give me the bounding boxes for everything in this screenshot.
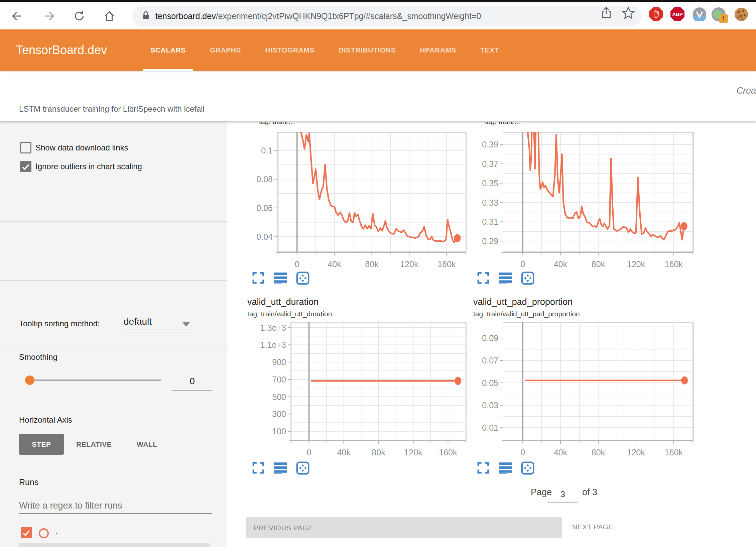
svg-text:0.08: 0.08 (256, 175, 273, 184)
fit-domain-icon[interactable] (296, 461, 309, 474)
scalar-chart[interactable]: 040k80k120k160k0.390.370.350.330.310.29 (472, 123, 698, 270)
forward-icon[interactable] (41, 8, 57, 24)
svg-text:0.01: 0.01 (482, 423, 498, 432)
page-number-input[interactable] (548, 489, 578, 503)
show-download-links-checkbox[interactable] (20, 142, 31, 153)
svg-text:0.04: 0.04 (256, 232, 273, 241)
abp-label: ABP (672, 11, 683, 17)
abp-icon[interactable]: ABP (670, 7, 684, 21)
chart-card: valid_utt_duration tag: train/valid_utt_… (246, 296, 470, 478)
smoothing-slider-thumb[interactable] (25, 375, 34, 385)
svg-text:0.33: 0.33 (482, 198, 498, 207)
svg-text:160k: 160k (437, 259, 456, 269)
adblock-hand-icon[interactable] (649, 7, 663, 21)
chart-tag: tag: train/valid_utt_duration (247, 310, 332, 318)
back-icon[interactable] (9, 8, 25, 24)
data-table-icon[interactable] (274, 271, 287, 284)
tab-hparams[interactable]: HPARAMS (416, 29, 460, 71)
v-extension-icon[interactable] (692, 7, 707, 21)
tab-histograms[interactable]: HISTOGRAMS (262, 29, 318, 71)
run-checkbox[interactable] (21, 527, 32, 538)
chart-title: valid_utt_duration (247, 297, 319, 307)
svg-text:1.3e+3: 1.3e+3 (260, 323, 286, 332)
bookmark-star-icon[interactable] (622, 6, 634, 19)
svg-text:0.31: 0.31 (482, 217, 498, 226)
svg-text:80k: 80k (592, 259, 605, 269)
fit-domain-icon[interactable] (521, 461, 534, 474)
ignore-outliers-label: Ignore outliers in chart scaling (35, 162, 142, 171)
smoothing-value-underline (172, 391, 212, 391)
svg-text:40k: 40k (554, 259, 568, 269)
svg-text:80k: 80k (372, 448, 385, 457)
smoothing-slider-track[interactable] (25, 379, 161, 381)
divider (0, 280, 227, 281)
runs-regex-input[interactable] (19, 498, 212, 514)
reload-icon[interactable] (72, 8, 87, 24)
share-icon[interactable] (600, 6, 613, 19)
svg-text:40k: 40k (337, 448, 351, 457)
svg-text:0.35: 0.35 (482, 179, 498, 188)
svg-text:700: 700 (272, 375, 286, 384)
svg-text:120k: 120k (400, 259, 418, 269)
chart-card: tag: train/… 040k80k120k160k0.10.080.060… (246, 122, 470, 289)
svg-text:0.37: 0.37 (482, 159, 498, 169)
charts-panel: tag: train/… 040k80k120k160k0.10.080.060… (227, 121, 756, 547)
smoothing-value[interactable]: 0 (172, 376, 212, 387)
created-date-clipped: Crea (736, 86, 756, 96)
svg-text:500: 500 (272, 392, 286, 402)
tab-graphs[interactable]: GRAPHS (207, 29, 244, 71)
tab-text[interactable]: TEXT (477, 29, 502, 71)
tooltip-select-underline (123, 332, 193, 332)
chevron-down-icon[interactable] (182, 322, 190, 327)
runs-heading: Runs (19, 477, 38, 487)
svg-text:160k: 160k (439, 448, 457, 457)
chart-card: tag: train/… 040k80k120k160k0.390.370.35… (472, 122, 698, 289)
next-page-button[interactable]: NEXT PAGE (572, 523, 613, 531)
axis-step-button[interactable]: STEP (19, 434, 64, 455)
address-bar[interactable]: tensorboard.dev/experiment/cj2vtPiwQHKN9… (132, 6, 642, 26)
settings-sidebar: Show data download links Ignore outliers… (0, 121, 227, 547)
svg-text:160k: 160k (665, 259, 683, 269)
run-color-swatch[interactable] (39, 528, 49, 538)
svg-text:0: 0 (520, 259, 525, 269)
tooltip-sorting-label: Tooltip sorting method: (19, 319, 100, 328)
tooltip-sorting-select[interactable]: default (124, 316, 152, 327)
lock-icon (141, 10, 151, 22)
svg-text:0.29: 0.29 (482, 236, 498, 246)
data-table-icon[interactable] (499, 461, 512, 474)
home-icon[interactable] (102, 8, 117, 24)
svg-text:0.1: 0.1 (261, 146, 273, 155)
svg-text:0.05: 0.05 (482, 378, 498, 388)
data-table-icon[interactable] (274, 461, 287, 474)
smoothing-label: Smoothing (19, 352, 57, 362)
svg-text:160k: 160k (665, 448, 683, 457)
scalar-chart[interactable]: 040k80k120k160k0.10.080.060.04 (246, 123, 470, 270)
cookie-icon[interactable] (734, 7, 748, 21)
scalar-chart[interactable]: 040k80k120k160k0.090.070.050.030.01 (472, 321, 698, 459)
experiment-description: LSTM transducer training for LibriSpeech… (19, 104, 205, 114)
fullscreen-icon[interactable] (477, 271, 490, 284)
fullscreen-icon[interactable] (477, 461, 490, 474)
nav-tabs: SCALARS GRAPHS HISTOGRAMS DISTRIBUTIONS … (147, 29, 502, 71)
previous-page-button[interactable]: PREVIOUS PAGE (246, 517, 562, 538)
axis-wall-button[interactable]: WALL (137, 440, 157, 448)
monitor-extension-icon[interactable]: 1 (711, 7, 725, 21)
tab-scalars[interactable]: SCALARS (147, 29, 189, 71)
tab-distributions[interactable]: DISTRIBUTIONS (335, 29, 399, 71)
axis-relative-button[interactable]: RELATIVE (76, 440, 112, 448)
toggle-all-runs-button[interactable]: TOGGLE ALL RUNS (19, 543, 210, 547)
svg-text:1.1e+3: 1.1e+3 (260, 340, 286, 349)
horizontal-axis-label: Horizontal Axis (19, 415, 72, 425)
svg-text:40k: 40k (554, 448, 568, 457)
fit-domain-icon[interactable] (521, 271, 534, 284)
svg-text:0: 0 (307, 448, 311, 457)
svg-text:120k: 120k (627, 259, 645, 269)
svg-text:80k: 80k (365, 259, 379, 269)
scalar-chart[interactable]: 040k80k120k160k1.3e+31.1e+39007005003001… (246, 321, 470, 459)
chart-card: valid_utt_pad_proportion tag: train/vali… (472, 296, 698, 478)
ignore-outliers-checkbox[interactable] (20, 161, 31, 172)
fullscreen-icon[interactable] (252, 271, 265, 284)
data-table-icon[interactable] (499, 271, 512, 284)
fit-domain-icon[interactable] (296, 271, 309, 284)
fullscreen-icon[interactable] (252, 461, 265, 474)
